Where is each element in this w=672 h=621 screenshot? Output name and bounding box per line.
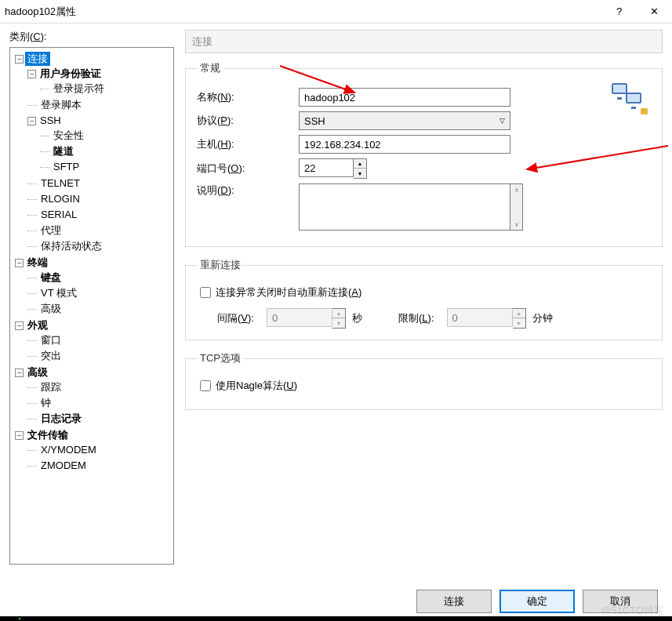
host-label: 主机(H): (197, 137, 299, 151)
auto-reconnect-label: 连接异常关闭时自动重新连接(A) (216, 285, 361, 300)
collapse-icon[interactable]: − (15, 259, 24, 267)
port-label: 端口号(O): (197, 162, 299, 176)
seconds-label: 秒 (352, 311, 362, 325)
tree-advanced[interactable]: 高级 (25, 365, 50, 380)
scroll-down-icon[interactable]: ∨ (510, 219, 522, 230)
name-input[interactable] (299, 88, 510, 107)
computers-icon (612, 83, 648, 114)
tree-ssh[interactable]: SSH (38, 114, 64, 128)
limit-label: 限制(L): (398, 311, 434, 325)
host-input[interactable] (299, 135, 510, 154)
tree-proxy[interactable]: 代理 (38, 223, 64, 238)
tree-zmodem[interactable]: ZMODEM (38, 459, 89, 473)
collapse-icon[interactable]: − (15, 369, 24, 377)
dialog-buttons: 连接 确定 取消 (416, 590, 658, 613)
tree-advanced-term[interactable]: 高级 (38, 302, 64, 316)
tree-appearance[interactable]: 外观 (25, 318, 50, 332)
interval-label: 间隔(V): (217, 311, 254, 325)
tree-security[interactable]: 安全性 (51, 129, 86, 143)
nagle-label: 使用Nagle算法(U) (216, 379, 297, 393)
tree-user-auth[interactable]: 用户身份验证 (38, 67, 104, 81)
minutes-label: 分钟 (532, 311, 553, 325)
general-legend: 常规 (197, 61, 223, 75)
limit-spinner[interactable]: ▲▼ (447, 308, 526, 329)
general-group: 常规 名称(N): 协议(P): SSH ▽ 主机(H): (185, 61, 663, 247)
tree-keep-alive[interactable]: 保持活动状态 (38, 239, 104, 253)
tree-serial[interactable]: SERIAL (38, 208, 79, 222)
tree-tunnel[interactable]: 隧道 (51, 144, 76, 158)
collapse-icon[interactable]: − (27, 70, 36, 78)
footer-strip (0, 616, 672, 621)
tree-connection[interactable]: 连接 (25, 52, 50, 66)
close-button[interactable]: ✕ (637, 0, 672, 24)
tree-rlogin[interactable]: RLOGIN (38, 192, 82, 206)
reconnect-group: 重新连接 连接异常关闭时自动重新连接(A) 间隔(V): ▲▼ 秒 限制(L):… (185, 258, 663, 340)
cancel-button[interactable]: 取消 (583, 590, 658, 613)
port-input[interactable] (299, 158, 354, 177)
tree-login-prompt[interactable]: 登录提示符 (51, 82, 107, 96)
collapse-icon[interactable]: − (15, 431, 24, 440)
scrollbar[interactable]: ∧∨ (510, 183, 523, 231)
left-column: 类别(C): −连接 −用户身份验证 登录提示符 登录脚本 −SSH 安全性 隧… (9, 30, 174, 572)
tree-vt-mode[interactable]: VT 模式 (38, 286, 79, 300)
spinner-down-icon[interactable]: ▼ (332, 318, 345, 328)
ok-button[interactable]: 确定 (499, 590, 575, 613)
spinner-down-icon[interactable]: ▼ (354, 169, 366, 178)
tree-sftp[interactable]: SFTP (51, 160, 82, 174)
scroll-up-icon[interactable]: ∧ (510, 184, 522, 195)
chevron-down-icon: ▽ (499, 117, 505, 125)
connect-button[interactable]: 连接 (416, 590, 492, 613)
tree-terminal[interactable]: 终端 (25, 256, 50, 270)
protocol-label: 协议(P): (197, 114, 299, 128)
spinner-up-icon[interactable]: ▲ (354, 159, 366, 169)
tree-highlight[interactable]: 突出 (38, 349, 64, 363)
name-label: 名称(N): (197, 90, 299, 104)
spinner-up-icon[interactable]: ▲ (332, 309, 345, 318)
category-tree[interactable]: −连接 −用户身份验证 登录提示符 登录脚本 −SSH 安全性 隧道 SFTP (9, 47, 174, 565)
tree-xymodem[interactable]: X/YMODEM (38, 443, 99, 457)
interval-input[interactable] (267, 308, 332, 327)
protocol-select[interactable]: SSH ▽ (299, 111, 510, 130)
tree-login-script[interactable]: 登录脚本 (38, 98, 84, 112)
spinner-down-icon[interactable]: ▼ (513, 318, 525, 328)
right-column: 连接 常规 名称(N): 协议(P): SSH ▽ 主机(H): (174, 30, 663, 572)
port-spinner[interactable]: ▲▼ (299, 158, 367, 179)
tree-bell[interactable]: 钟 (38, 396, 53, 410)
spinner-up-icon[interactable]: ▲ (513, 309, 525, 318)
tcp-group: TCP选项 使用Nagle算法(U) (185, 351, 663, 410)
help-button[interactable]: ? (601, 0, 637, 24)
desc-textarea[interactable] (299, 183, 510, 231)
limit-input[interactable] (447, 308, 513, 327)
auto-reconnect-checkbox[interactable] (200, 287, 211, 298)
tcp-legend: TCP选项 (197, 351, 244, 365)
dialog-content: 类别(C): −连接 −用户身份验证 登录提示符 登录脚本 −SSH 安全性 隧… (0, 24, 672, 572)
window-title: hadoop102属性 (5, 5, 601, 19)
collapse-icon[interactable]: − (27, 117, 36, 125)
desc-label: 说明(D): (197, 183, 299, 198)
titlebar: hadoop102属性 ? ✕ (0, 0, 672, 24)
collapse-icon[interactable]: − (15, 321, 24, 330)
tree-file-transfer[interactable]: 文件传输 (25, 428, 71, 442)
category-label: 类别(C): (9, 30, 174, 44)
nagle-checkbox[interactable] (200, 380, 211, 391)
tree-keyboard[interactable]: 键盘 (38, 271, 64, 285)
tree-trace[interactable]: 跟踪 (38, 380, 64, 394)
panel-header: 连接 (185, 30, 663, 53)
collapse-icon[interactable]: − (15, 55, 24, 64)
tree-telnet[interactable]: TELNET (38, 176, 82, 191)
protocol-value: SSH (304, 115, 325, 127)
tree-window[interactable]: 窗口 (38, 333, 64, 347)
tree-logging[interactable]: 日志记录 (38, 412, 84, 426)
reconnect-legend: 重新连接 (197, 258, 244, 272)
interval-spinner[interactable]: ▲▼ (267, 308, 346, 329)
